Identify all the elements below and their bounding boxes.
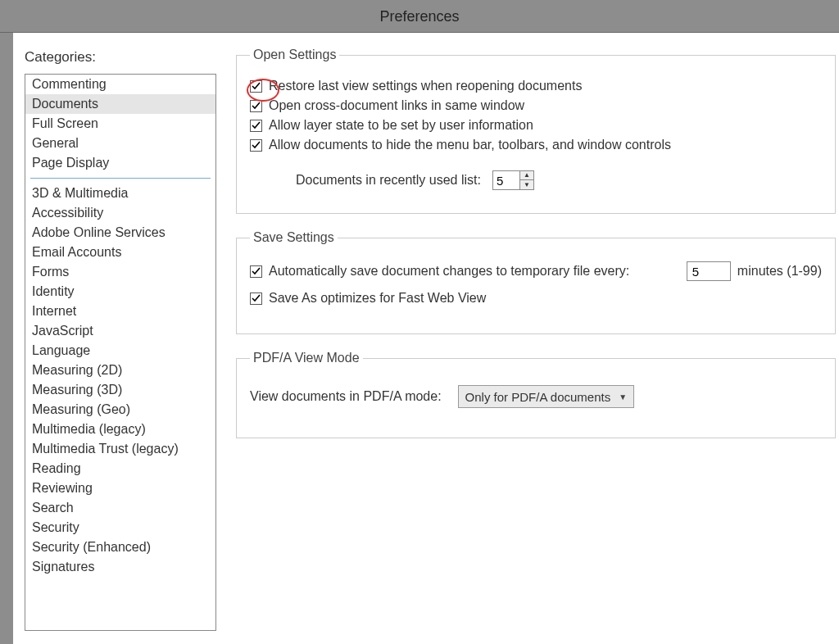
category-accessibility[interactable]: Accessibility: [25, 203, 215, 223]
pdfa-group: PDF/A View Mode View documents in PDF/A …: [236, 351, 836, 438]
category-measuring-2d[interactable]: Measuring (2D): [25, 361, 215, 380]
category-identity[interactable]: Identity: [25, 282, 215, 302]
autosave-row: Automatically save document changes to t…: [250, 261, 822, 281]
category-internet[interactable]: Internet: [25, 302, 215, 321]
cross-doc-links-row: Open cross-document links in same window: [250, 98, 822, 113]
spinner-up-button[interactable]: ▲: [520, 171, 533, 180]
check-icon: [252, 121, 261, 130]
chevron-down-icon: ▼: [619, 392, 627, 401]
category-forms[interactable]: Forms: [25, 262, 215, 282]
sidebar: Categories: Commenting Documents Full Sc…: [13, 33, 228, 644]
check-icon: [252, 267, 261, 276]
categories-list[interactable]: Commenting Documents Full Screen General…: [25, 74, 216, 631]
category-email-accounts[interactable]: Email Accounts: [25, 243, 215, 262]
cross-doc-links-label: Open cross-document links in same window: [269, 98, 524, 113]
window-title: Preferences: [379, 8, 459, 25]
check-icon: [252, 102, 261, 111]
recent-docs-label: Documents in recently used list:: [296, 173, 481, 188]
hide-menu-checkbox[interactable]: [250, 139, 262, 152]
category-security-enhanced[interactable]: Security (Enhanced): [25, 537, 215, 557]
autosave-label: Automatically save document changes to t…: [269, 264, 629, 279]
category-adobe-online-services[interactable]: Adobe Online Services: [25, 223, 215, 243]
autosave-checkbox[interactable]: [250, 265, 262, 278]
content-area: Categories: Commenting Documents Full Sc…: [13, 33, 839, 644]
layer-state-row: Allow layer state to be set by user info…: [250, 118, 822, 133]
category-full-screen[interactable]: Full Screen: [25, 114, 215, 134]
layer-state-checkbox[interactable]: [250, 120, 262, 132]
recent-docs-row: Documents in recently used list: ▲ ▼: [296, 170, 822, 190]
category-general[interactable]: General: [25, 134, 215, 153]
category-3d-multimedia[interactable]: 3D & Multimedia: [25, 184, 215, 203]
fast-web-row: Save As optimizes for Fast Web View: [250, 291, 822, 306]
check-icon: [252, 294, 261, 303]
save-settings-legend: Save Settings: [250, 230, 338, 245]
fast-web-checkbox[interactable]: [250, 293, 262, 305]
category-commenting[interactable]: Commenting: [25, 75, 215, 94]
save-settings-group: Save Settings Automatically save documen…: [236, 230, 836, 334]
layer-state-label: Allow layer state to be set by user info…: [269, 118, 533, 133]
category-divider: [30, 178, 211, 179]
category-measuring-3d[interactable]: Measuring (3D): [25, 380, 215, 400]
category-multimedia-legacy[interactable]: Multimedia (legacy): [25, 420, 215, 439]
sidebar-title: Categories:: [25, 49, 216, 66]
window-titlebar: Preferences: [0, 0, 839, 33]
open-settings-legend: Open Settings: [250, 48, 339, 62]
pdfa-mode-dropdown[interactable]: Only for PDF/A documents ▼: [458, 385, 634, 408]
pdfa-legend: PDF/A View Mode: [250, 351, 363, 365]
category-language[interactable]: Language: [25, 341, 215, 361]
cross-doc-links-checkbox[interactable]: [250, 100, 262, 112]
category-javascript[interactable]: JavaScript: [25, 321, 215, 341]
hide-menu-label: Allow documents to hide the menu bar, to…: [269, 138, 671, 152]
main-panel: Open Settings Restore last view settings…: [228, 33, 839, 644]
autosave-minutes-input[interactable]: [687, 261, 731, 281]
category-reviewing[interactable]: Reviewing: [25, 478, 215, 498]
restore-last-view-label: Restore last view settings when reopenin…: [269, 79, 582, 93]
window-left-edge: [0, 33, 13, 644]
spinner-buttons: ▲ ▼: [519, 171, 533, 189]
category-measuring-geo[interactable]: Measuring (Geo): [25, 400, 215, 420]
autosave-suffix: minutes (1-99): [737, 264, 822, 279]
fast-web-label: Save As optimizes for Fast Web View: [269, 291, 486, 306]
category-signatures[interactable]: Signatures: [25, 557, 215, 577]
pdfa-mode-value: Only for PDF/A documents: [465, 390, 611, 404]
spinner-down-button[interactable]: ▼: [520, 180, 533, 189]
restore-last-view-checkbox[interactable]: [250, 80, 262, 93]
category-reading[interactable]: Reading: [25, 459, 215, 478]
recent-docs-input[interactable]: [493, 171, 519, 189]
category-security[interactable]: Security: [25, 518, 215, 537]
hide-menu-row: Allow documents to hide the menu bar, to…: [250, 138, 822, 152]
recent-docs-spinner[interactable]: ▲ ▼: [492, 170, 534, 190]
pdfa-label: View documents in PDF/A mode:: [250, 389, 442, 404]
open-settings-group: Open Settings Restore last view settings…: [236, 48, 836, 214]
check-icon: [252, 82, 261, 91]
category-documents[interactable]: Documents: [25, 94, 215, 114]
restore-last-view-row: Restore last view settings when reopenin…: [250, 79, 822, 93]
check-icon: [252, 141, 261, 150]
category-multimedia-trust-legacy[interactable]: Multimedia Trust (legacy): [25, 439, 215, 459]
pdfa-row: View documents in PDF/A mode: Only for P…: [250, 385, 822, 408]
category-search[interactable]: Search: [25, 498, 215, 518]
category-page-display[interactable]: Page Display: [25, 153, 215, 173]
